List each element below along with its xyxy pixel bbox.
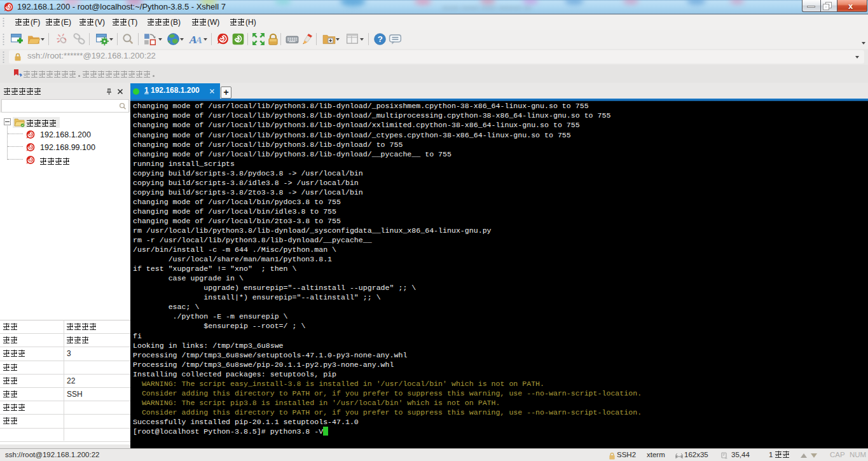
svg-text:?: ? [378, 34, 383, 44]
svg-text:A: A [195, 35, 202, 45]
